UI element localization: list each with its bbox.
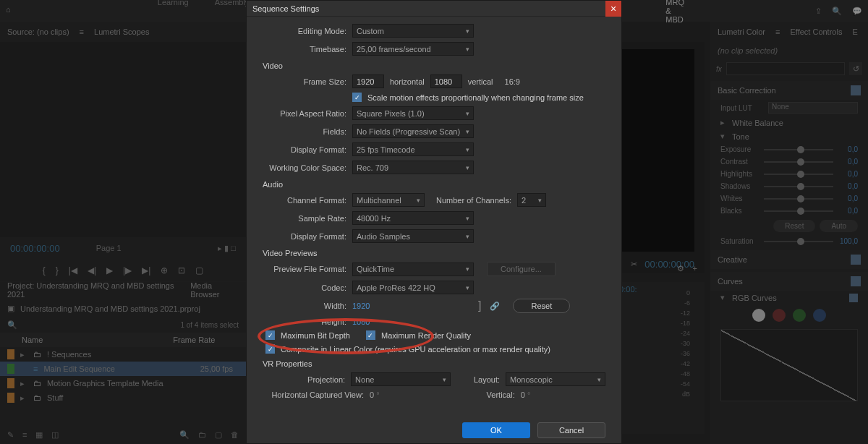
frame-height-input[interactable]: 1080	[430, 74, 462, 88]
fx-field[interactable]	[726, 62, 845, 75]
frame-width-input[interactable]: 1920	[352, 74, 384, 88]
highlights-value[interactable]: 0,0	[838, 170, 858, 178]
add-icon[interactable]: +	[693, 264, 697, 273]
tab-overflow[interactable]: E	[852, 27, 857, 36]
saturation-slider[interactable]	[764, 241, 833, 242]
editing-mode-select[interactable]: Custom	[352, 24, 474, 38]
creative-header[interactable]: Creative	[718, 255, 747, 264]
new-item-icon[interactable]: ▢	[215, 430, 222, 440]
col-name[interactable]: Name	[22, 336, 43, 344]
shadows-slider[interactable]	[764, 186, 833, 187]
section-toggle[interactable]	[851, 255, 861, 265]
pff-select[interactable]: QuickTime	[352, 262, 474, 276]
red-curve-icon[interactable]	[773, 309, 786, 322]
wcs-select[interactable]: Rec. 709	[352, 161, 474, 174]
panel-menu-icon[interactable]: ≡	[775, 27, 780, 36]
rgb-toggle[interactable]	[849, 294, 858, 302]
shadows-value[interactable]: 0,0	[838, 182, 858, 190]
ok-button[interactable]: OK	[462, 422, 530, 438]
home-icon[interactable]: ⌂	[6, 5, 17, 17]
reset-tone-button[interactable]: Reset	[773, 220, 815, 232]
insert-icon[interactable]: ⊕	[161, 265, 168, 276]
blacks-slider[interactable]	[764, 210, 833, 212]
collapse-icon[interactable]: ▾	[720, 132, 725, 141]
chat-icon[interactable]: 💬	[852, 7, 862, 16]
markers-icon[interactable]: ▸ ▮ □	[218, 244, 236, 253]
highlights-slider[interactable]	[764, 174, 833, 175]
export-frame-icon[interactable]: ▢	[195, 265, 203, 276]
media-browser-tab[interactable]: Media Browser	[190, 281, 239, 299]
lut-select[interactable]: None	[768, 102, 858, 114]
curves-header[interactable]: Curves	[718, 277, 743, 286]
sequence-name[interactable]: Main Edit Sequence	[43, 364, 114, 373]
rgb-curves-label[interactable]: RGB Curves	[732, 294, 777, 302]
tone-label[interactable]: Tone	[732, 132, 749, 141]
configure-button[interactable]: Configure...	[487, 262, 556, 276]
audio-display-select[interactable]: Audio Samples	[352, 229, 474, 243]
white-balance-label[interactable]: White Balance	[732, 119, 783, 127]
mark-in-icon[interactable]: {	[43, 265, 46, 276]
overwrite-icon[interactable]: ⊡	[178, 265, 185, 276]
step-fwd-icon[interactable]: |▶	[123, 265, 132, 276]
saturation-value[interactable]: 100,0	[838, 237, 858, 245]
effect-controls-tab[interactable]: Effect Controls	[790, 27, 842, 36]
step-back-icon[interactable]: ◀|	[88, 265, 96, 276]
expand-icon[interactable]: ▸	[20, 350, 27, 359]
fields-select[interactable]: No Fields (Progressive Scan)	[352, 124, 474, 138]
icon-view-icon[interactable]: ▦	[35, 430, 43, 440]
link-icon[interactable]: 🔗	[490, 302, 500, 311]
list-view-icon[interactable]: ≡	[22, 430, 27, 439]
search-icon[interactable]: 🔍	[7, 320, 17, 330]
collapse-icon[interactable]: ▾	[720, 293, 725, 302]
contrast-slider[interactable]	[764, 161, 833, 163]
green-curve-icon[interactable]	[793, 309, 806, 322]
luma-curve-icon[interactable]	[752, 309, 765, 322]
panel-menu-icon[interactable]: ≡	[80, 27, 84, 36]
linear-color-checkbox[interactable]	[265, 344, 275, 354]
collapse-icon[interactable]: ▸	[720, 118, 725, 127]
bin-name[interactable]: Motion Graphics Template Media	[47, 379, 163, 388]
mbd-checkbox[interactable]	[265, 330, 275, 340]
codec-select[interactable]: Apple ProRes 422 HQ	[352, 281, 474, 294]
auto-tone-button[interactable]: Auto	[820, 220, 858, 232]
preview-height[interactable]: 1080	[352, 317, 377, 326]
bin-name[interactable]: Stuff	[47, 393, 63, 402]
export-icon[interactable]: ⇪	[815, 7, 822, 16]
reset-button[interactable]: Reset	[513, 299, 570, 313]
exposure-value[interactable]: 0,0	[838, 145, 858, 153]
reset-effect-icon[interactable]: ↺	[849, 62, 862, 75]
expand-icon[interactable]: ▸	[20, 393, 27, 403]
col-framerate[interactable]: Frame Rate	[173, 336, 215, 344]
scale-motion-checkbox[interactable]	[352, 93, 362, 102]
contrast-value[interactable]: 0,0	[838, 158, 858, 166]
close-icon[interactable]: ×	[605, 1, 621, 17]
lumetri-scopes-tab[interactable]: Lumetri Scopes	[94, 27, 149, 36]
bin-name[interactable]: ! Sequences	[47, 350, 91, 359]
exposure-slider[interactable]	[764, 149, 833, 150]
blue-curve-icon[interactable]	[813, 309, 826, 322]
freeform-icon[interactable]: ◫	[51, 430, 59, 440]
num-channels-select[interactable]: 2	[517, 193, 546, 207]
lumetri-tab[interactable]: Lumetri Color	[718, 27, 765, 36]
section-toggle[interactable]	[851, 276, 861, 286]
play-icon[interactable]: ▶	[106, 265, 113, 276]
curve-editor[interactable]	[720, 329, 858, 401]
settings-icon[interactable]: ⚙	[677, 264, 684, 273]
mark-out-icon[interactable]: }	[56, 265, 59, 276]
goto-in-icon[interactable]: |◀	[69, 265, 77, 276]
mrq-checkbox[interactable]	[366, 330, 375, 340]
timebase-select[interactable]: 25,00 frames/second	[352, 42, 474, 56]
basic-correction-header[interactable]: Basic Correction	[718, 86, 776, 95]
par-select[interactable]: Square Pixels (1.0)	[352, 106, 474, 120]
section-toggle[interactable]	[851, 85, 861, 95]
blacks-value[interactable]: 0,0	[838, 207, 858, 215]
cancel-button[interactable]: Cancel	[537, 422, 605, 438]
expand-icon[interactable]: ▸	[20, 379, 27, 388]
projection-select[interactable]: None	[351, 372, 451, 386]
goto-out-icon[interactable]: ▶|	[142, 265, 150, 276]
preview-width[interactable]: 1920	[352, 302, 377, 310]
trash-icon[interactable]: 🗑	[231, 430, 239, 439]
display-format-select[interactable]: 25 fps Timecode	[352, 142, 474, 156]
edit-icon[interactable]: ✎	[7, 430, 14, 440]
search-global-icon[interactable]: 🔍	[832, 7, 842, 16]
